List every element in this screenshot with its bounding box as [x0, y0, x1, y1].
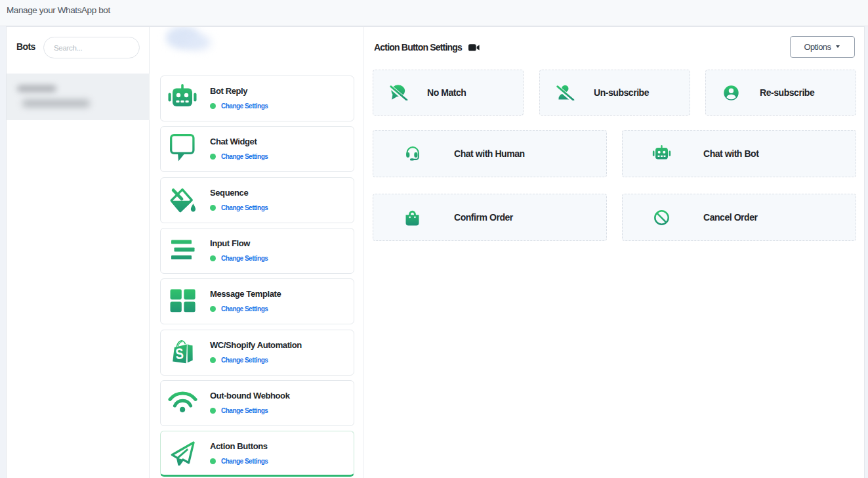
svg-text:S: S	[175, 345, 184, 362]
